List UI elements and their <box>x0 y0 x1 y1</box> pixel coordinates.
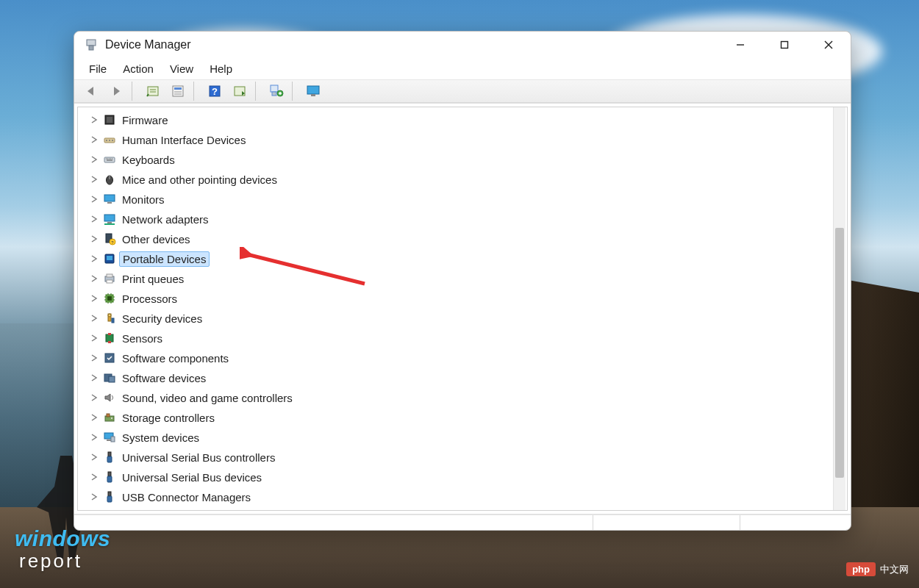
menu-view[interactable]: View <box>162 60 201 78</box>
tree-node-label: Universal Serial Bus controllers <box>122 451 275 465</box>
watermark-php: php 中文网 <box>846 562 909 576</box>
tree-node-usb[interactable]: Universal Serial Bus controllers <box>78 448 847 467</box>
svg-rect-36 <box>107 274 112 277</box>
tree-node-usb[interactable]: USB Connector Managers <box>78 487 847 507</box>
device-tree[interactable]: FirmwareHuman Interface DevicesKeyboards… <box>77 107 848 511</box>
tree-node-mouse[interactable]: Mice and other pointing devices <box>78 170 847 190</box>
scroll-thumb[interactable] <box>835 228 844 478</box>
tree-node-label: Sensors <box>122 331 162 345</box>
chevron-right-icon[interactable] <box>90 234 99 243</box>
minimize-button[interactable] <box>718 32 762 58</box>
chevron-right-icon[interactable] <box>90 254 99 263</box>
show-hidden-button[interactable] <box>140 80 165 102</box>
tree-node-monitor[interactable]: Monitors <box>78 190 847 209</box>
tree-node-label: Portable Devices <box>119 251 210 267</box>
tree-node-label: Mice and other pointing devices <box>122 173 277 187</box>
svg-rect-43 <box>106 334 113 342</box>
svg-rect-59 <box>108 492 111 496</box>
nav-forward-button[interactable] <box>104 80 129 102</box>
svg-rect-8 <box>174 87 182 90</box>
tree-node-hid[interactable]: Human Interface Devices <box>78 130 847 150</box>
app-icon <box>85 38 98 51</box>
chevron-right-icon[interactable] <box>90 175 99 184</box>
tree-node-portable[interactable]: Portable Devices <box>78 249 847 269</box>
tree-node-sound[interactable]: Sound, video and game controllers <box>78 388 847 408</box>
chevron-right-icon[interactable] <box>90 492 99 501</box>
tree-node-cpu[interactable]: Processors <box>78 289 847 309</box>
svg-point-21 <box>109 140 110 141</box>
chevron-right-icon[interactable] <box>90 155 99 164</box>
close-button[interactable] <box>807 32 851 58</box>
watermark-line2: report <box>19 551 110 570</box>
network-icon <box>103 212 116 226</box>
titlebar[interactable]: Device Manager <box>74 32 851 58</box>
chevron-right-icon[interactable] <box>90 453 99 462</box>
svg-point-22 <box>112 140 113 141</box>
toolbar-separator <box>132 82 137 101</box>
security-icon <box>103 312 116 325</box>
svg-rect-1 <box>89 46 93 50</box>
toolbar: ? <box>74 79 851 103</box>
usb-icon <box>103 490 116 503</box>
watermark-pill: php <box>846 562 876 576</box>
svg-rect-16 <box>311 94 315 96</box>
chevron-right-icon[interactable] <box>90 393 99 402</box>
chevron-right-icon[interactable] <box>90 354 99 362</box>
chevron-right-icon[interactable] <box>90 294 99 303</box>
chevron-right-icon[interactable] <box>90 195 99 204</box>
statusbar-cell <box>740 515 851 530</box>
tree-node-swcomp[interactable]: Software components <box>78 348 847 368</box>
tree-node-network[interactable]: Network adapters <box>78 209 847 229</box>
tree-node-system[interactable]: System devices <box>78 428 847 448</box>
remote-display-button[interactable] <box>301 80 326 102</box>
menubar: File Action View Help <box>74 58 851 79</box>
svg-rect-60 <box>107 496 112 502</box>
swcomp-icon <box>103 351 116 365</box>
chevron-right-icon[interactable] <box>90 274 99 283</box>
tree-node-printer[interactable]: Print queues <box>78 269 847 289</box>
tree-node-security[interactable]: Security devices <box>78 309 847 329</box>
tree-node-label: System devices <box>122 431 199 445</box>
swdev-icon <box>103 371 116 384</box>
usb-icon <box>103 451 116 464</box>
chevron-right-icon[interactable] <box>90 373 99 382</box>
svg-rect-48 <box>109 376 115 382</box>
tree-node-usb[interactable]: Universal Serial Bus devices <box>78 467 847 487</box>
tree-node-swdev[interactable]: Software devices <box>78 368 847 388</box>
watermark-windows-report: windows report <box>15 528 110 570</box>
tree-node-storage[interactable]: Storage controllers <box>78 408 847 428</box>
chevron-right-icon[interactable] <box>90 115 99 124</box>
chevron-right-icon[interactable] <box>90 334 99 343</box>
tree-node-keyboard[interactable]: Keyboards <box>78 150 847 170</box>
help-button[interactable]: ? <box>202 80 227 102</box>
chevron-right-icon[interactable] <box>90 215 99 223</box>
menu-action[interactable]: Action <box>115 60 161 78</box>
svg-rect-53 <box>107 440 111 441</box>
toolbar-separator <box>193 82 199 101</box>
maximize-button[interactable] <box>762 32 807 58</box>
chevron-right-icon[interactable] <box>90 314 99 323</box>
tree-node-other[interactable]: ?Other devices <box>78 229 847 249</box>
vertical-scrollbar[interactable] <box>833 107 845 510</box>
chevron-right-icon[interactable] <box>90 135 99 144</box>
nav-back-button[interactable] <box>79 80 104 102</box>
chevron-right-icon[interactable] <box>90 473 99 481</box>
menu-help[interactable]: Help <box>202 60 240 78</box>
action-button[interactable] <box>227 80 252 102</box>
menu-file[interactable]: File <box>82 60 114 78</box>
tree-node-label: Storage controllers <box>122 411 215 425</box>
tree-node-label: Other devices <box>122 232 190 246</box>
svg-rect-57 <box>108 472 111 476</box>
svg-rect-12 <box>271 85 278 92</box>
tree-node-sensor[interactable]: Sensors <box>78 329 847 348</box>
cpu-icon <box>103 292 116 305</box>
scan-hardware-button[interactable] <box>264 80 289 102</box>
tree-node-firmware[interactable]: Firmware <box>78 110 847 130</box>
monitor-icon <box>103 193 116 206</box>
chevron-right-icon[interactable] <box>90 413 99 422</box>
chevron-right-icon[interactable] <box>90 433 99 442</box>
usb-icon <box>103 470 116 484</box>
tree-node-label: Firmware <box>122 113 168 127</box>
properties-button[interactable] <box>165 80 190 102</box>
tree-node-label: Print queues <box>122 272 184 286</box>
